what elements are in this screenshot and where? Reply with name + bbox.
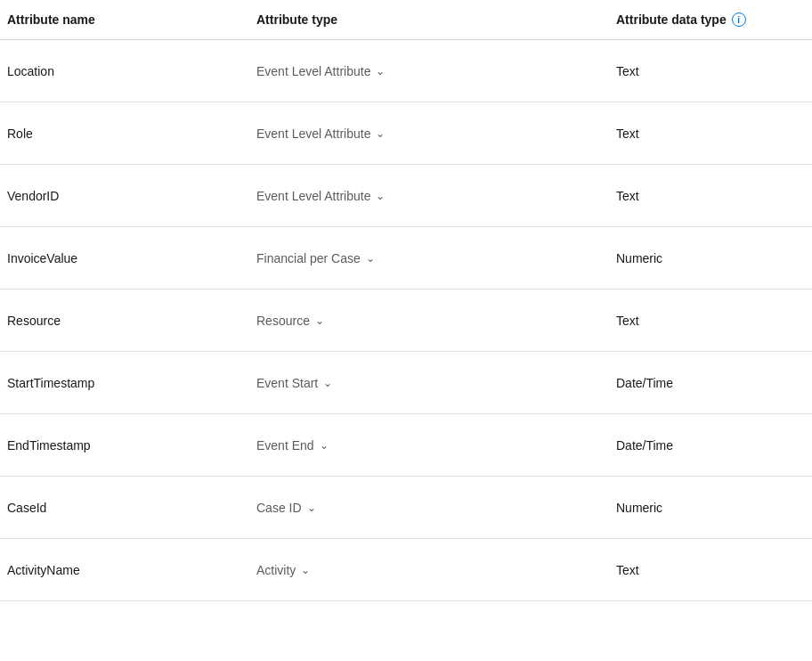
table-header: Attribute name Attribute type Attribute … bbox=[0, 0, 812, 40]
chevron-down-icon: ⌄ bbox=[307, 502, 316, 514]
attribute-name: Resource bbox=[7, 296, 256, 346]
attribute-data-type: Text bbox=[616, 296, 794, 346]
attribute-name: CaseId bbox=[7, 483, 256, 533]
attribute-type-dropdown[interactable]: Case ID ⌄ bbox=[256, 501, 316, 515]
attribute-name: Location bbox=[7, 46, 256, 96]
attribute-type-text: Case ID bbox=[256, 501, 302, 515]
attribute-type-dropdown[interactable]: Event Start ⌄ bbox=[256, 376, 332, 390]
chevron-down-icon: ⌄ bbox=[376, 190, 385, 202]
chevron-down-icon: ⌄ bbox=[315, 314, 324, 327]
table-row: EndTimestamp Event End ⌄ Date/Time bbox=[0, 414, 812, 477]
attribute-type-cell: Event Level Attribute ⌄ bbox=[256, 109, 616, 159]
table-row: StartTimestamp Event Start ⌄ Date/Time bbox=[0, 352, 812, 414]
attribute-data-type: Text bbox=[616, 545, 794, 595]
table-row: VendorID Event Level Attribute ⌄ Text bbox=[0, 165, 812, 227]
attribute-name: EndTimestamp bbox=[7, 420, 256, 470]
attribute-data-type: Text bbox=[616, 109, 794, 159]
attribute-data-type: Numeric bbox=[616, 233, 794, 283]
attribute-type-text: Event Level Attribute bbox=[256, 189, 370, 203]
attribute-type-cell: Financial per Case ⌄ bbox=[256, 233, 616, 283]
chevron-down-icon: ⌄ bbox=[323, 377, 332, 389]
attribute-data-type: Text bbox=[616, 171, 794, 221]
col-header-type: Attribute type bbox=[256, 12, 616, 27]
chevron-down-icon: ⌄ bbox=[376, 65, 385, 78]
attribute-data-type: Text bbox=[616, 46, 794, 96]
attribute-type-dropdown[interactable]: Activity ⌄ bbox=[256, 563, 310, 577]
attribute-type-dropdown[interactable]: Event Level Attribute ⌄ bbox=[256, 189, 385, 203]
attribute-data-type: Date/Time bbox=[616, 358, 794, 408]
attribute-type-text: Event Start bbox=[256, 376, 318, 390]
chevron-down-icon: ⌄ bbox=[366, 252, 375, 265]
attribute-name: StartTimestamp bbox=[7, 358, 256, 408]
table-row: Location Event Level Attribute ⌄ Text bbox=[0, 40, 812, 102]
attribute-type-dropdown[interactable]: Event End ⌄ bbox=[256, 438, 329, 453]
info-icon[interactable]: i bbox=[732, 12, 746, 27]
attribute-type-dropdown[interactable]: Event Level Attribute ⌄ bbox=[256, 64, 385, 78]
attribute-type-text: Event Level Attribute bbox=[256, 64, 370, 78]
attribute-type-text: Event End bbox=[256, 438, 314, 453]
col-header-data-type-label: Attribute data type bbox=[616, 12, 727, 27]
attributes-table: Attribute name Attribute type Attribute … bbox=[0, 0, 812, 601]
attribute-name: Role bbox=[7, 109, 256, 159]
table-row: CaseId Case ID ⌄ Numeric bbox=[0, 477, 812, 539]
attribute-type-cell: Resource ⌄ bbox=[256, 296, 616, 346]
attribute-type-dropdown[interactable]: Resource ⌄ bbox=[256, 314, 324, 328]
attribute-name: VendorID bbox=[7, 171, 256, 221]
attribute-type-cell: Activity ⌄ bbox=[256, 545, 616, 595]
attribute-type-text: Resource bbox=[256, 314, 310, 328]
attribute-type-text: Event Level Attribute bbox=[256, 126, 370, 141]
attribute-type-cell: Event Level Attribute ⌄ bbox=[256, 171, 616, 221]
attribute-data-type: Date/Time bbox=[616, 420, 794, 470]
table-body: Location Event Level Attribute ⌄ Text Ro… bbox=[0, 40, 812, 601]
attribute-type-dropdown[interactable]: Event Level Attribute ⌄ bbox=[256, 126, 385, 141]
table-row: Resource Resource ⌄ Text bbox=[0, 290, 812, 352]
attribute-type-text: Activity bbox=[256, 563, 296, 577]
attribute-data-type: Numeric bbox=[616, 483, 794, 533]
attribute-type-cell: Event Start ⌄ bbox=[256, 358, 616, 408]
col-header-data-type: Attribute data type i bbox=[616, 12, 794, 27]
table-row: Role Event Level Attribute ⌄ Text bbox=[0, 102, 812, 165]
chevron-down-icon: ⌄ bbox=[301, 564, 310, 576]
attribute-name: ActivityName bbox=[7, 545, 256, 595]
table-row: InvoiceValue Financial per Case ⌄ Numeri… bbox=[0, 227, 812, 290]
attribute-type-dropdown[interactable]: Financial per Case ⌄ bbox=[256, 251, 375, 265]
chevron-down-icon: ⌄ bbox=[376, 127, 385, 140]
attribute-name: InvoiceValue bbox=[7, 233, 256, 283]
attribute-type-cell: Event End ⌄ bbox=[256, 420, 616, 470]
attribute-type-cell: Case ID ⌄ bbox=[256, 483, 616, 533]
attribute-type-cell: Event Level Attribute ⌄ bbox=[256, 46, 616, 96]
col-header-name-label: Attribute name bbox=[7, 12, 95, 27]
chevron-down-icon: ⌄ bbox=[320, 439, 329, 452]
col-header-name: Attribute name bbox=[7, 12, 256, 27]
table-row: ActivityName Activity ⌄ Text bbox=[0, 539, 812, 601]
col-header-type-label: Attribute type bbox=[256, 12, 337, 27]
attribute-type-text: Financial per Case bbox=[256, 251, 361, 265]
